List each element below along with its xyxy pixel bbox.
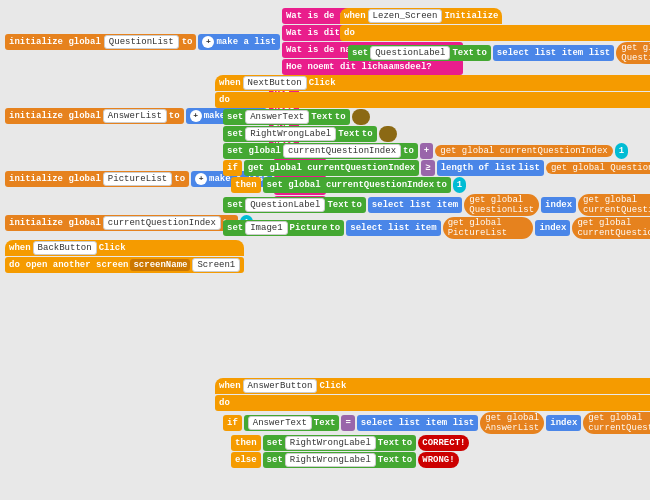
back-when-block[interactable]: when BackButton Click: [5, 240, 244, 256]
answer-if-block[interactable]: if: [223, 415, 242, 431]
select-answer-list[interactable]: select list item list: [357, 415, 478, 431]
rightwrong-label-prop[interactable]: RightWrongLabel: [245, 127, 336, 141]
answer-then-block[interactable]: then: [231, 435, 261, 451]
init-answerlist-block[interactable]: initialize global AnswerList to: [5, 108, 184, 124]
init-picturelist-block[interactable]: initialize global PictureList to: [5, 171, 189, 187]
rwlabel-wrong-prop[interactable]: RightWrongLabel: [285, 453, 376, 467]
answer-text-label[interactable]: AnswerText: [248, 416, 312, 430]
answer-else-block[interactable]: else: [231, 452, 261, 468]
set-correct[interactable]: set RightWrongLabel Text to: [263, 435, 417, 451]
initialize-global-block[interactable]: initialize global QuestionList to: [5, 34, 196, 50]
select-p-list[interactable]: select list item: [346, 220, 440, 236]
next-when-block[interactable]: when NextButton Click: [215, 75, 650, 91]
set-global-index[interactable]: set global currentQuestionIndex to: [223, 143, 418, 159]
empty-str-2[interactable]: [379, 126, 398, 142]
answer-when-block[interactable]: when AnswerButton Click: [215, 378, 650, 394]
back-button-group: when BackButton Click do open another sc…: [5, 240, 244, 273]
set-rightwrong-label[interactable]: set RightWrongLabel Text to: [223, 126, 377, 142]
q-label-next-prop[interactable]: QuestionLabel: [245, 198, 325, 212]
index-img[interactable]: index: [535, 220, 570, 236]
get-alist-oval[interactable]: get global AnswerList: [480, 412, 544, 434]
index-q-label[interactable]: index: [541, 197, 576, 213]
back-do-block[interactable]: do open another screen screenName Screen…: [5, 257, 244, 273]
question-label-prop[interactable]: QuestionLabel: [370, 46, 450, 60]
next-do-label: do: [215, 92, 650, 108]
answer-button-label[interactable]: AnswerButton: [243, 379, 318, 393]
one-val[interactable]: 1: [615, 143, 628, 159]
add-icon2[interactable]: +: [190, 110, 202, 122]
set-image1[interactable]: set Image1 Picture to: [223, 220, 344, 236]
lezen-screen-label[interactable]: Lezen_Screen: [368, 9, 443, 23]
get-question-list-oval2[interactable]: get global QuestionList: [546, 162, 650, 174]
back-button-label[interactable]: BackButton: [33, 241, 97, 255]
question-list-var[interactable]: QuestionList: [104, 35, 179, 49]
lezen-do-block[interactable]: do: [340, 25, 650, 41]
set-question-label[interactable]: set QuestionLabel Text to: [348, 45, 491, 61]
correct-value[interactable]: CORRECT!: [418, 435, 469, 451]
wrong-value[interactable]: WRONG!: [418, 452, 458, 468]
init-label2: initialize global: [9, 111, 101, 121]
index-answer[interactable]: index: [546, 415, 581, 431]
get-index-oval2[interactable]: get global currentQuestionIndex: [578, 194, 650, 216]
global-index-prop[interactable]: currentQuestionIndex: [283, 144, 401, 158]
answer-text-get[interactable]: AnswerText Text: [244, 415, 340, 431]
get-index-oval[interactable]: get global currentQuestionIndex: [435, 145, 612, 157]
if-block[interactable]: if: [223, 160, 242, 176]
set-q-label-next[interactable]: set QuestionLabel Text to: [223, 197, 366, 213]
rwlabel-correct-prop[interactable]: RightWrongLabel: [285, 436, 376, 450]
set-index-to-1[interactable]: set global currentQuestionIndex to: [263, 177, 451, 193]
set-wrong[interactable]: set RightWrongLabel Text to: [263, 452, 417, 468]
add-icon[interactable]: +: [202, 36, 214, 48]
current-index-var[interactable]: currentQuestionIndex: [103, 216, 221, 230]
select-list-item-lezen[interactable]: select list item list: [493, 45, 614, 61]
get-qlist-oval3[interactable]: get global QuestionList: [464, 194, 539, 216]
init-label: initialize global: [9, 37, 101, 47]
image1-prop[interactable]: Image1: [245, 221, 287, 235]
empty-str-1[interactable]: [352, 109, 371, 125]
set-answer-text[interactable]: set AnswerText Text to: [223, 109, 350, 125]
lezen-when-block[interactable]: when Lezen_Screen Initialize: [340, 8, 502, 24]
picture-list-var[interactable]: PictureList: [103, 172, 172, 186]
answer-button-group: when AnswerButton Click do if AnswerText…: [215, 378, 650, 468]
select-q-list[interactable]: select list item: [368, 197, 462, 213]
block-canvas: initialize global QuestionList to + make…: [0, 0, 650, 500]
then-block[interactable]: then: [231, 177, 261, 193]
get-index-oval3[interactable]: get global currentQuestionIndex: [572, 217, 650, 239]
screen-name-prop[interactable]: screenName: [130, 259, 190, 271]
plus-block[interactable]: +: [420, 143, 433, 159]
next-button-label[interactable]: NextButton: [243, 76, 307, 90]
next-button-group: when NextButton Click do set AnswerText …: [215, 75, 650, 239]
answer-list-var[interactable]: AnswerList: [103, 109, 167, 123]
init-index-block[interactable]: initialize global currentQuestionIndex t…: [5, 215, 238, 231]
get-index-answer[interactable]: get global currentQuestionIndex: [583, 412, 650, 434]
get-plist-oval[interactable]: get global PictureList: [443, 217, 534, 239]
length-of-list[interactable]: length of list list: [437, 160, 544, 176]
add-icon3[interactable]: +: [195, 173, 207, 185]
eq-block[interactable]: =: [341, 415, 354, 431]
make-list-block[interactable]: + make a list: [198, 34, 279, 50]
answer-text-prop[interactable]: AnswerText: [245, 110, 309, 124]
screen1-value[interactable]: Screen1: [192, 258, 240, 272]
to-label: to: [182, 37, 193, 47]
get-question-list-oval[interactable]: get global QuestionList: [616, 42, 650, 64]
one-val2[interactable]: 1: [453, 177, 466, 193]
lezen-screen-group: when Lezen_Screen Initialize do set Ques…: [340, 8, 650, 64]
gte-block[interactable]: ≥: [421, 160, 434, 176]
answer-do-label: do: [215, 395, 650, 411]
get-index-compare[interactable]: get global currentQuestionIndex: [244, 160, 419, 176]
